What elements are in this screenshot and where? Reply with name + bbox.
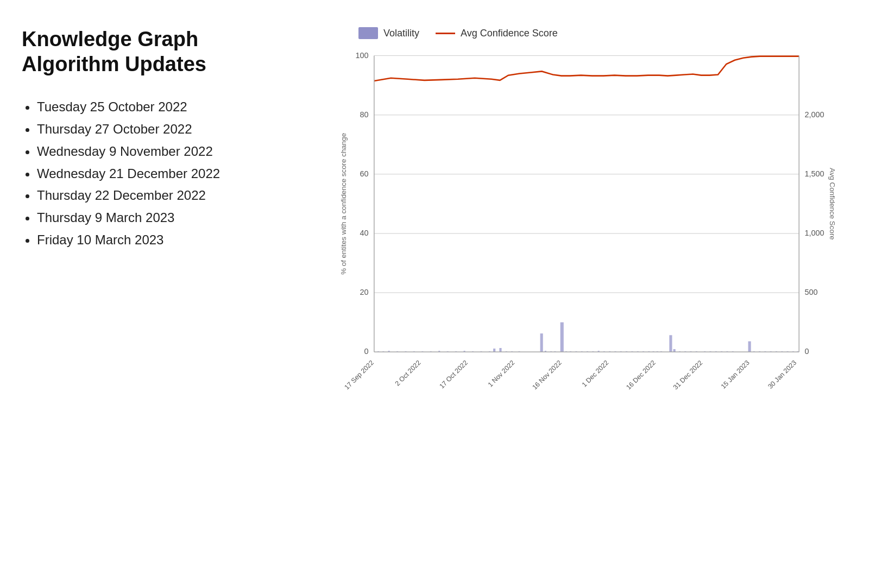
svg-text:0: 0 xyxy=(804,347,809,356)
date-list-item: Tuesday 25 October 2022 xyxy=(37,96,304,118)
svg-text:20: 20 xyxy=(360,288,368,296)
volatility-legend-item: Volatility xyxy=(358,27,419,39)
confidence-score-line xyxy=(374,56,799,81)
confidence-legend-label: Avg Confidence Score xyxy=(461,28,558,39)
date-list-item: Thursday 9 March 2023 xyxy=(37,207,304,229)
svg-rect-85 xyxy=(748,342,751,352)
svg-text:Avg Confidence Score: Avg Confidence Score xyxy=(828,168,836,240)
date-list-item: Thursday 27 October 2022 xyxy=(37,118,304,141)
svg-text:17 Sep 2022: 17 Sep 2022 xyxy=(343,359,376,391)
svg-text:80: 80 xyxy=(360,110,368,119)
chart-wrapper: 0 20 40 60 80 100 0 500 1,000 1,500 2,00… xyxy=(326,45,847,425)
date-list-item: Friday 10 March 2023 xyxy=(37,229,304,251)
svg-rect-49 xyxy=(540,333,543,352)
svg-text:0: 0 xyxy=(364,347,369,356)
svg-rect-45 xyxy=(499,348,501,352)
svg-text:15 Jan 2023: 15 Jan 2023 xyxy=(720,359,751,390)
svg-text:40: 40 xyxy=(360,229,368,237)
svg-text:30 Jan 2023: 30 Jan 2023 xyxy=(766,359,798,390)
svg-text:1,000: 1,000 xyxy=(804,229,824,237)
svg-text:1 Dec 2022: 1 Dec 2022 xyxy=(581,359,610,389)
date-list-item: Wednesday 21 December 2022 xyxy=(37,163,304,185)
page-container: Knowledge GraphAlgorithm Updates Tuesday… xyxy=(22,22,847,425)
confidence-legend-item: Avg Confidence Score xyxy=(436,28,558,39)
svg-text:2,000: 2,000 xyxy=(804,110,824,119)
svg-text:500: 500 xyxy=(804,288,817,296)
svg-rect-44 xyxy=(493,349,495,352)
main-chart-svg: 0 20 40 60 80 100 0 500 1,000 1,500 2,00… xyxy=(326,45,847,425)
svg-text:100: 100 xyxy=(355,51,368,60)
chart-legend: Volatility Avg Confidence Score xyxy=(358,27,847,39)
svg-text:17 Oct 2022: 17 Oct 2022 xyxy=(438,359,469,390)
chart-panel: Volatility Avg Confidence Score 0 xyxy=(326,22,847,425)
date-list-item: Thursday 22 December 2022 xyxy=(37,185,304,207)
svg-rect-53 xyxy=(561,323,564,352)
svg-text:31 Dec 2022: 31 Dec 2022 xyxy=(672,359,704,391)
svg-text:% of entites with a confidence: % of entites with a confidence score cha… xyxy=(339,133,348,275)
volatility-legend-label: Volatility xyxy=(383,28,419,39)
svg-text:16 Dec 2022: 16 Dec 2022 xyxy=(625,359,657,391)
svg-text:16 Nov 2022: 16 Nov 2022 xyxy=(531,359,563,391)
svg-text:1 Nov 2022: 1 Nov 2022 xyxy=(487,359,517,389)
volatility-legend-box xyxy=(358,27,378,39)
confidence-legend-line xyxy=(436,33,455,34)
date-list-item: Wednesday 9 November 2022 xyxy=(37,141,304,163)
left-panel: Knowledge GraphAlgorithm Updates Tuesday… xyxy=(22,22,304,251)
svg-text:2 Oct 2022: 2 Oct 2022 xyxy=(394,359,423,388)
date-list: Tuesday 25 October 2022Thursday 27 Octob… xyxy=(22,96,304,251)
svg-text:60: 60 xyxy=(360,169,368,178)
svg-text:1,500: 1,500 xyxy=(804,169,824,178)
svg-rect-73 xyxy=(669,335,672,352)
page-title: Knowledge GraphAlgorithm Updates xyxy=(22,27,304,77)
